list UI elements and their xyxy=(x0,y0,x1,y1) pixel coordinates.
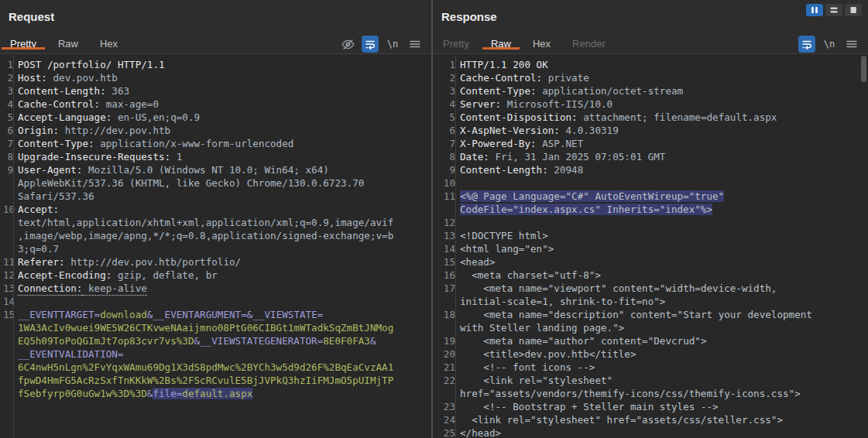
line-content: Upgrade-Insecure-Requests: 1 xyxy=(18,150,431,163)
request-toolbar: \n xyxy=(339,34,424,54)
response-tab-render[interactable]: Render xyxy=(572,38,606,50)
response-scrollbar[interactable] xyxy=(861,56,866,82)
code-line: 6X-AspNet-Version: 4.0.30319 xyxy=(436,124,868,137)
code-line: 23 <!-- Bootstrap + Steller main styles … xyxy=(436,400,868,413)
line-content: User-Agent: Mozilla/5.0 (Windows NT 10.0… xyxy=(18,163,431,203)
line-content: Cache-Control: private xyxy=(460,71,868,84)
code-line: 5Accept-Language: en-US,en;q=0.9 xyxy=(3,111,431,124)
line-number: 21 xyxy=(436,361,455,374)
word-wrap-icon[interactable] xyxy=(362,36,379,53)
line-number: 3 xyxy=(3,84,13,98)
line-content: <%@ Page Language="C#" AutoEventWireup="… xyxy=(460,190,868,216)
line-content: Content-Length: 363 xyxy=(18,84,431,98)
code-line: 3Content-Type: application/octet-stream xyxy=(436,84,868,98)
line-content: Date: Fri, 31 Jan 2025 07:05:01 GMT xyxy=(460,150,868,163)
line-number: 9 xyxy=(3,163,13,176)
line-content: Accept-Language: en-US,en;q=0.9 xyxy=(18,111,431,124)
menu-icon[interactable] xyxy=(843,36,860,53)
line-content: Accept: text/html,application/xhtml+xml,… xyxy=(18,203,431,255)
request-tabbar: PrettyRawHex xyxy=(0,34,431,54)
response-editor[interactable]: 1HTTP/1.1 200 OK2Cache-Control: private3… xyxy=(433,54,868,438)
line-content: Content-Disposition: attachment; filenam… xyxy=(460,111,868,124)
line-content: HTTP/1.1 200 OK xyxy=(460,58,868,71)
columns-layout-button[interactable] xyxy=(806,4,823,16)
hide-icon[interactable] xyxy=(339,36,356,53)
line-content: <!-- Bootstrap + Steller main styles --> xyxy=(460,400,868,413)
line-number: 8 xyxy=(3,150,13,163)
request-panel-title: Request xyxy=(0,0,431,34)
line-content xyxy=(460,176,868,190)
line-number: 22 xyxy=(436,374,455,387)
newline-icon[interactable]: \n xyxy=(384,36,401,53)
newline-label: \n xyxy=(824,39,835,50)
line-content: Content-Type: application/octet-stream xyxy=(460,84,868,98)
line-content: Server: Microsoft-IIS/10.0 xyxy=(460,98,868,111)
line-content: X-AspNet-Version: 4.0.30319 xyxy=(460,124,868,137)
menu-icon[interactable] xyxy=(407,36,424,53)
line-content: Content-Length: 20948 xyxy=(460,163,868,176)
line-number: 10 xyxy=(3,203,13,216)
code-line: 2Cache-Control: private xyxy=(436,71,868,84)
line-content: <title>dev.pov.htb</title> xyxy=(460,347,868,361)
line-content: <!-- font icons --> xyxy=(460,361,868,374)
line-number: 1 xyxy=(3,58,13,71)
line-number: 1 xyxy=(436,58,455,71)
line-number: 16 xyxy=(436,269,455,282)
code-line: 1HTTP/1.1 200 OK xyxy=(436,58,868,71)
request-tab-raw[interactable]: Raw xyxy=(58,38,78,50)
code-line: 12 xyxy=(436,216,868,229)
line-number: 10 xyxy=(436,176,455,190)
code-line: 20 <title>dev.pov.htb</title> xyxy=(436,347,868,361)
response-tab-hex[interactable]: Hex xyxy=(533,38,551,50)
word-wrap-icon[interactable] xyxy=(798,36,815,53)
line-number: 20 xyxy=(436,347,455,361)
line-number: 23 xyxy=(436,400,455,413)
request-panel: Request PrettyRawHex xyxy=(0,0,431,438)
rows-layout-button[interactable] xyxy=(825,4,842,16)
line-number: 19 xyxy=(436,334,455,347)
code-line: 3Content-Length: 363 xyxy=(3,84,431,98)
code-line: 7Content-Type: application/x-www-form-ur… xyxy=(3,137,431,150)
response-tab-raw[interactable]: Raw xyxy=(491,38,511,50)
line-content: <!DOCTYPE html> xyxy=(460,229,868,242)
line-number: 14 xyxy=(436,242,455,255)
code-line: 5Content-Disposition: attachment; filena… xyxy=(436,111,868,124)
repeater-message-view: Request PrettyRawHex xyxy=(0,0,868,438)
line-content: </head> xyxy=(460,426,868,438)
line-number: 17 xyxy=(436,282,455,295)
code-line: 13<!DOCTYPE html> xyxy=(436,229,868,242)
code-line: 2Host: dev.pov.htb xyxy=(3,71,431,84)
single-layout-button[interactable] xyxy=(845,4,862,16)
request-tab-pretty[interactable]: Pretty xyxy=(10,38,36,50)
line-number: 9 xyxy=(436,163,455,176)
code-line: 19 <meta name="author" content="Devcrud"… xyxy=(436,334,868,347)
code-line: 7X-Powered-By: ASP.NET xyxy=(436,137,868,150)
line-number: 18 xyxy=(436,308,455,321)
code-line: 11Referer: http://dev.pov.htb/portfolio/ xyxy=(3,255,431,269)
line-number: 3 xyxy=(436,84,455,98)
line-number: 15 xyxy=(3,308,13,321)
newline-icon[interactable]: \n xyxy=(821,36,838,53)
line-content: Host: dev.pov.htb xyxy=(18,71,431,84)
code-line: 4Cache-Control: max-age=0 xyxy=(3,98,431,111)
request-panel-header: Request PrettyRawHex xyxy=(0,0,431,54)
line-number: 15 xyxy=(436,255,455,269)
response-tab-pretty[interactable]: Pretty xyxy=(443,38,469,50)
code-line: 17 <meta name="viewport" content="width=… xyxy=(436,282,868,308)
line-content: <html lang="en"> xyxy=(460,242,868,255)
request-editor[interactable]: 1POST /portfolio/ HTTP/1.12Host: dev.pov… xyxy=(0,54,431,438)
code-line: 15__EVENTTARGET=download&__EVENTARGUMENT… xyxy=(3,308,431,400)
line-content: Cache-Control: max-age=0 xyxy=(18,98,431,111)
line-number: 24 xyxy=(436,413,455,426)
code-line: 24 <link rel="stylesheet" href="assets/c… xyxy=(436,413,868,426)
line-content: <meta name="author" content="Devcrud"> xyxy=(460,334,868,347)
line-number: 13 xyxy=(436,229,455,242)
code-line: 16 <meta charset="utf-8"> xyxy=(436,269,868,282)
request-tab-hex[interactable]: Hex xyxy=(100,38,118,50)
layout-switcher xyxy=(806,4,862,16)
code-line: 13Connection: keep-alive xyxy=(3,282,431,295)
code-line: 14<html lang="en"> xyxy=(436,242,868,255)
response-panel: Response PrettyRawHexRender \n xyxy=(433,0,868,438)
response-toolbar: \n xyxy=(798,34,860,54)
code-line: 9User-Agent: Mozilla/5.0 (Windows NT 10.… xyxy=(3,163,431,203)
